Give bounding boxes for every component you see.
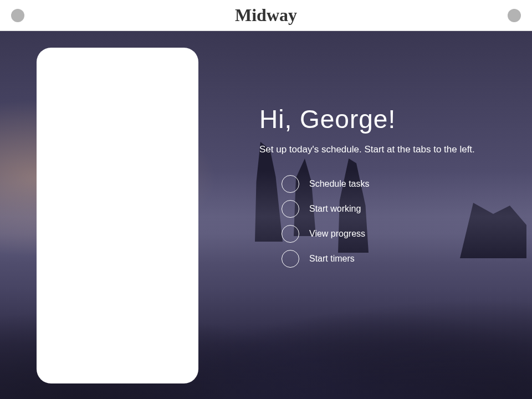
phone-preview-card[interactable]	[37, 48, 198, 383]
step-circle-icon	[282, 175, 299, 193]
step-label: View progress	[309, 229, 365, 239]
step-circle-icon	[282, 250, 299, 268]
step-label: Start working	[309, 204, 361, 214]
step-item-progress[interactable]: View progress	[282, 225, 475, 243]
step-item-timers[interactable]: Start timers	[282, 250, 475, 268]
step-item-work[interactable]: Start working	[282, 200, 475, 218]
greeting-section: Hi, George! Set up today's schedule. Sta…	[259, 104, 475, 275]
step-label: Schedule tasks	[309, 179, 370, 189]
step-item-schedule[interactable]: Schedule tasks	[282, 175, 475, 193]
header: Midway	[0, 0, 532, 31]
step-circle-icon	[282, 225, 299, 243]
header-right-button[interactable]	[508, 9, 521, 22]
greeting-title: Hi, George!	[259, 104, 475, 134]
app-title: Midway	[235, 5, 297, 25]
step-label: Start timers	[309, 254, 355, 264]
header-left-button[interactable]	[11, 9, 24, 22]
step-circle-icon	[282, 200, 299, 218]
step-list: Schedule tasks Start working View progre…	[282, 175, 475, 268]
greeting-subtitle: Set up today's schedule. Start at the ta…	[259, 144, 475, 155]
